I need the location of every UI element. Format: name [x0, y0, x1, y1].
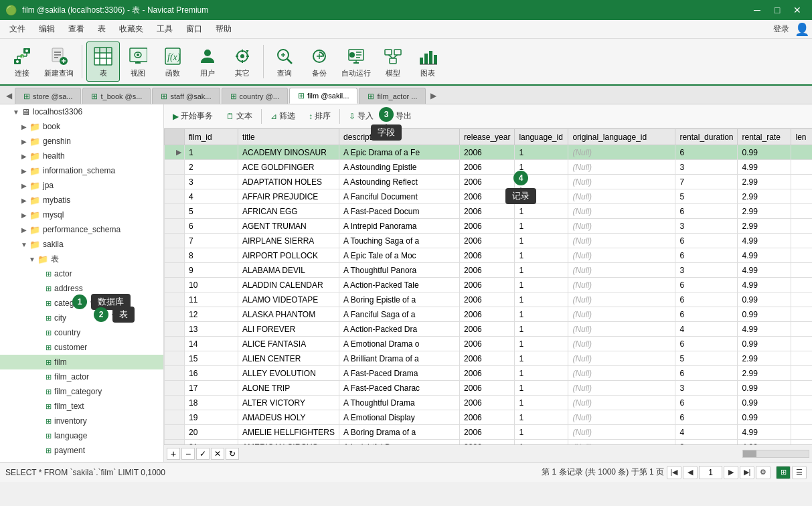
table-cell[interactable]: (Null) — [568, 160, 675, 175]
sidebar-table-inventory[interactable]: ⊞ inventory — [0, 414, 163, 428]
sidebar-item-info-schema[interactable]: ▶ 📁 information_schema — [0, 163, 163, 178]
table-cell[interactable]: (Null) — [568, 248, 675, 263]
table-cell[interactable]: 3 — [675, 219, 738, 234]
table-cell[interactable]: 0.99 — [738, 396, 791, 410]
table-row[interactable]: 16ALLEY EVOLUTIONA Fast-Paced Drama20061… — [165, 366, 813, 381]
table-cell[interactable]: 16 — [185, 366, 238, 381]
menu-view[interactable]: 查看 — [62, 21, 91, 37]
toolbar-table[interactable]: 表 — [86, 41, 120, 82]
table-cell[interactable]: 6 — [675, 410, 738, 425]
table-cell[interactable] — [791, 396, 812, 410]
table-cell[interactable]: 7 — [675, 175, 738, 189]
table-cell[interactable]: 8 — [185, 248, 238, 263]
table-cell[interactable]: 6 — [675, 204, 738, 219]
table-cell[interactable]: 1 — [515, 381, 568, 396]
sidebar-table-address[interactable]: ⊞ address — [0, 281, 163, 296]
table-cell[interactable]: ALI FOREVER — [238, 322, 339, 337]
table-cell[interactable]: 2.99 — [738, 175, 791, 189]
table-cell[interactable]: 6 — [675, 278, 738, 292]
table-cell[interactable] — [791, 278, 812, 292]
table-cell[interactable]: 2006 — [460, 410, 515, 425]
export-btn[interactable]: ⇧ 导出 — [381, 108, 418, 125]
sidebar-table-film-actor[interactable]: ⊞ film_actor — [0, 369, 163, 384]
table-cell[interactable]: 2.99 — [738, 189, 791, 204]
sidebar-item-mybatis[interactable]: ▶ 📁 mybatis — [0, 193, 163, 207]
table-cell[interactable]: (Null) — [568, 219, 675, 234]
col-header-film-id[interactable]: film_id — [185, 129, 238, 145]
sidebar-table-country[interactable]: ⊞ country — [0, 325, 163, 340]
table-cell[interactable]: AGENT TRUMAN — [238, 219, 339, 234]
menu-table[interactable]: 表 — [91, 21, 112, 37]
table-cell[interactable]: 9 — [185, 263, 238, 278]
table-cell[interactable]: (Null) — [568, 440, 675, 445]
table-cell[interactable] — [791, 337, 812, 351]
table-cell[interactable] — [791, 145, 812, 160]
col-header-description[interactable]: description — [339, 129, 460, 145]
table-cell[interactable]: 1 — [515, 366, 568, 381]
close-button[interactable]: ✕ — [788, 3, 807, 17]
grid-view-btn[interactable]: ⊞ — [776, 466, 791, 479]
delete-row-btn[interactable]: − — [181, 448, 195, 460]
table-cell[interactable]: 0.99 — [738, 337, 791, 351]
table-cell[interactable]: (Null) — [568, 410, 675, 425]
toolbar-query[interactable]: 查询 — [268, 41, 301, 82]
sidebar-table-payment[interactable]: ⊞ payment — [0, 443, 163, 458]
toolbar-function[interactable]: f(x) 函数 — [156, 41, 189, 82]
sidebar-table-actor[interactable]: ⊞ actor — [0, 266, 163, 281]
table-cell[interactable]: 4 — [185, 189, 238, 204]
tab-film-actor[interactable]: ⊞ film_actor ... — [359, 88, 426, 104]
table-cell[interactable]: A Thoughtful Panora — [339, 263, 460, 278]
table-cell[interactable]: 4 — [675, 322, 738, 337]
table-row[interactable]: 8AIRPORT POLLOCKA Epic Tale of a Moc2006… — [165, 248, 813, 263]
table-cell[interactable]: 2.99 — [738, 204, 791, 219]
last-page-btn[interactable]: ▶| — [740, 466, 754, 479]
table-cell[interactable]: 1 — [515, 410, 568, 425]
table-cell[interactable]: 4 — [675, 425, 738, 440]
menu-tools[interactable]: 工具 — [150, 21, 179, 37]
table-cell[interactable]: 6 — [675, 337, 738, 351]
table-cell[interactable]: 1 — [515, 292, 568, 307]
close-edit-btn[interactable]: ✕ — [211, 448, 224, 460]
table-cell[interactable]: ALIEN CENTER — [238, 351, 339, 366]
table-cell[interactable]: AMERICAN CIRCUS — [238, 440, 339, 445]
toolbar-connect[interactable]: + 连接 — [5, 41, 39, 82]
col-header-rental-dur[interactable]: rental_duration — [675, 129, 738, 145]
table-cell[interactable]: A Emotional Display — [339, 410, 460, 425]
col-header-rental-rate[interactable]: rental_rate — [738, 129, 791, 145]
table-cell[interactable]: A Emotional Drama o — [339, 337, 460, 351]
table-cell[interactable]: 19 — [185, 410, 238, 425]
table-cell[interactable]: 2006 — [460, 278, 515, 292]
check-btn[interactable]: ✓ — [196, 448, 210, 460]
import-btn[interactable]: ⇩ 导入 — [343, 108, 380, 125]
table-cell[interactable] — [791, 440, 812, 445]
table-cell[interactable]: 15 — [185, 351, 238, 366]
sidebar-table-film[interactable]: ⊞ film — [0, 355, 163, 369]
table-row[interactable]: 20AMELIE HELLFIGHTERSA Boring Drama of a… — [165, 425, 813, 440]
table-cell[interactable]: (Null) — [568, 366, 675, 381]
col-header-orig-lang[interactable]: original_language_id — [568, 129, 675, 145]
page-number-input[interactable] — [699, 466, 722, 479]
sidebar-item-book[interactable]: ▶ 📁 book — [0, 119, 163, 134]
table-cell[interactable]: A Brilliant Drama of a — [339, 351, 460, 366]
table-cell[interactable]: 4.99 — [738, 425, 791, 440]
sidebar-table-category[interactable]: ⊞ category — [0, 296, 163, 311]
table-row[interactable]: 4AFFAIR PREJUDICEA Fanciful Document2006… — [165, 189, 813, 204]
table-cell[interactable]: 13 — [185, 322, 238, 337]
table-cell[interactable]: 6 — [675, 292, 738, 307]
table-cell[interactable]: 6 — [185, 219, 238, 234]
first-page-btn[interactable]: |◀ — [667, 466, 681, 479]
table-cell[interactable]: A Touching Saga of a — [339, 234, 460, 248]
table-cell[interactable]: 2006 — [460, 219, 515, 234]
table-cell[interactable]: 2006 — [460, 307, 515, 322]
table-cell[interactable] — [791, 381, 812, 396]
toolbar-other[interactable]: ▼ 其它 — [226, 41, 259, 82]
table-cell[interactable]: (Null) — [568, 175, 675, 189]
table-cell[interactable]: 2006 — [460, 263, 515, 278]
table-cell[interactable]: 5 — [675, 351, 738, 366]
table-cell[interactable]: 18 — [185, 396, 238, 410]
table-cell[interactable]: 20 — [185, 425, 238, 440]
table-cell[interactable]: 6 — [675, 248, 738, 263]
table-cell[interactable]: 2006 — [460, 337, 515, 351]
table-cell[interactable]: A Astounding Reflect — [339, 175, 460, 189]
sidebar-item-mysql[interactable]: ▶ 📁 mysql — [0, 207, 163, 222]
